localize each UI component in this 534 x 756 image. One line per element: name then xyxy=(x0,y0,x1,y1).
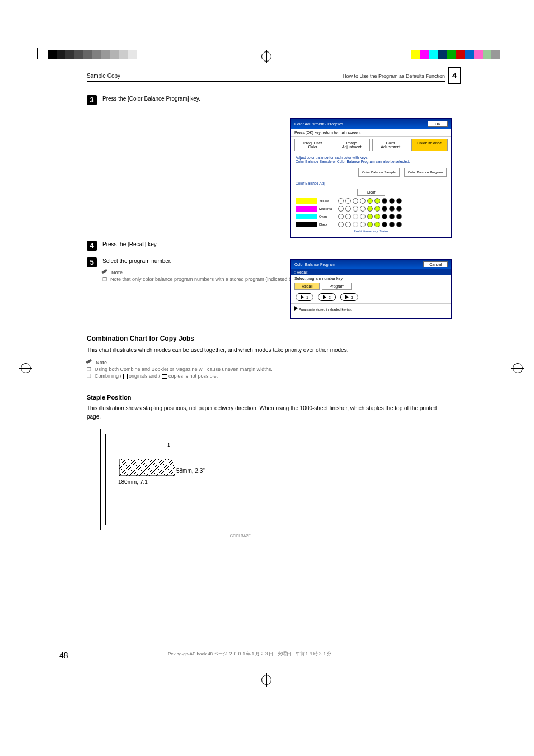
note-icon xyxy=(101,269,110,277)
crop-mark-tr xyxy=(503,48,519,64)
step-4-number: 4 xyxy=(87,241,97,251)
crop-mark-tl xyxy=(26,48,42,64)
ss1-desc1: Adjust color balance for each color with… xyxy=(296,156,447,159)
step-3-text: Press the [Color Balance Program] key. xyxy=(102,95,265,103)
note2-line1: Using both Combine and Booklet or Magazi… xyxy=(95,367,273,372)
note2-line2c: copies is not possible. xyxy=(167,373,218,379)
step-5-number: 5 xyxy=(87,257,97,267)
hatch-area xyxy=(119,459,175,476)
register-target-left xyxy=(21,363,31,373)
header-right: How to Use the Program as Defaults Funct… xyxy=(343,73,445,79)
dim-180mm: 180mm, 7.1" xyxy=(118,479,149,485)
note2-label: Note xyxy=(96,360,107,365)
label-yellow: Yellow xyxy=(319,199,336,203)
footer-file-info: Peking-gb-AE.book 48 ページ ２００１年１月２３日 火曜日 … xyxy=(168,651,332,657)
program-3-button[interactable]: 3 xyxy=(340,293,358,301)
header-left: Sample Copy xyxy=(87,73,120,79)
tab-image-adjustment[interactable]: Image Adjustment xyxy=(334,139,371,151)
program-arrow-icon xyxy=(323,295,326,299)
color-balance-program-button[interactable]: Color Balance Program xyxy=(404,168,447,177)
staple-diagram: · · · 1 58mm, 2.3" 180mm, 7.1" GCCLBA2E xyxy=(100,429,251,530)
cancel-button[interactable]: Cancel xyxy=(423,261,448,267)
program-1-button[interactable]: 1 xyxy=(296,293,313,301)
ss1-status: Prohibit/memory Status xyxy=(291,228,451,234)
program-arrow-icon xyxy=(294,306,298,311)
page-section-badge: 4 xyxy=(448,67,461,84)
note2-line2a: Combining / xyxy=(95,373,123,379)
note1-label: Note xyxy=(111,270,123,275)
diagram-id: GCCLBA2E xyxy=(230,534,251,538)
svg-rect-0 xyxy=(119,459,175,476)
program-2-button[interactable]: 2 xyxy=(318,293,336,301)
ss2-sub: : Recall: xyxy=(291,269,451,275)
ss2-footer: Program is stored in shaded key(s). xyxy=(299,308,352,311)
program-arrow-icon xyxy=(345,295,349,299)
ss2-desc: Select program number key. xyxy=(291,275,451,281)
register-target-bottom xyxy=(261,675,271,685)
step-4-text: Press the [Recall] key. xyxy=(102,241,265,248)
landscape-icon xyxy=(162,374,167,379)
ss2-title: Color Balance Program xyxy=(294,262,335,266)
tab-color-balance[interactable]: Color Balance xyxy=(411,139,448,151)
ss1-subtitle: Press [OK] key: return to main screen. xyxy=(291,129,451,137)
ss1-desc2: Color Balance Sample or Color Balance Pr… xyxy=(296,159,447,163)
program-arrow-icon xyxy=(301,295,304,299)
tab-program[interactable]: Program xyxy=(322,283,352,290)
crop-mark-bl xyxy=(26,668,42,683)
color-bar xyxy=(411,50,500,59)
ss1-title: Color Adjustment / Prog/Yes xyxy=(294,122,343,126)
label-black: Black xyxy=(319,223,336,226)
ok-button[interactable]: OK xyxy=(428,121,448,127)
subsection-para: This illustration shows stapling positio… xyxy=(87,404,444,421)
step-5-text: Select the program number. xyxy=(102,257,265,265)
clear-button[interactable]: Clear xyxy=(357,189,385,196)
dim-58mm: 58mm, 2.3" xyxy=(176,468,205,474)
section-title: Combination Chart for Copy Jobs xyxy=(87,335,444,342)
tab-prog-user-color[interactable]: Prog. User Color xyxy=(294,139,331,151)
register-target-right xyxy=(513,363,523,373)
footer-page-num: 48 xyxy=(59,651,68,660)
grayscale-bar xyxy=(48,50,137,59)
step-3-number: 3 xyxy=(87,95,97,105)
screenshot-color-balance-program: Color Balance Program Cancel : Recall: S… xyxy=(290,259,452,319)
note-icon xyxy=(86,359,94,367)
crop-mark-br xyxy=(503,668,519,683)
ss1-section-label: Color Balance Adj. xyxy=(291,179,451,187)
label-cyan: Cyan xyxy=(319,215,336,218)
color-balance-sample-button[interactable]: Color Balance Sample xyxy=(358,168,400,177)
register-target-top xyxy=(261,51,271,62)
portrait-icon xyxy=(123,374,128,379)
label-magenta: Magenta xyxy=(319,207,336,210)
tab-recall[interactable]: Recall xyxy=(294,283,320,290)
tab-color-adjustment[interactable]: Color Adjustment xyxy=(372,139,409,151)
screenshot-color-adjustment: Color Adjustment / Prog/Yes OK Press [OK… xyxy=(290,118,452,238)
note2-line2b: originals and / xyxy=(128,373,162,379)
section-para: This chart illustrates which modes can b… xyxy=(87,346,444,354)
subsection-title: Staple Position xyxy=(87,394,444,401)
diag-marker: · · · 1 xyxy=(159,442,170,448)
